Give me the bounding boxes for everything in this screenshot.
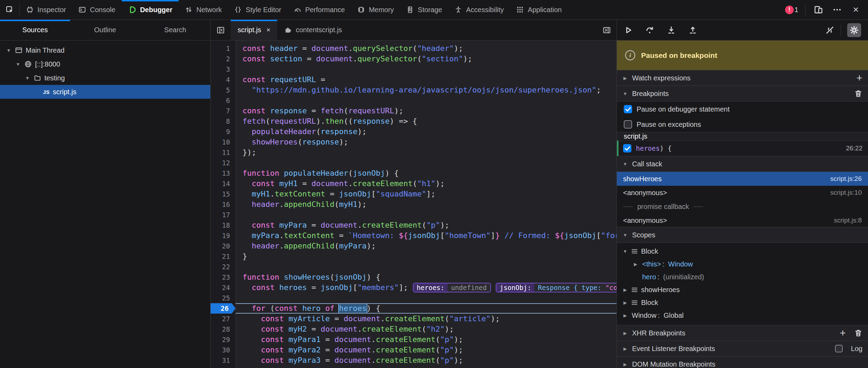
watch-expressions-header[interactable]: ▶ Watch expressions + xyxy=(617,70,868,86)
tree-item-testing[interactable]: ▼testing xyxy=(0,71,210,85)
code-line-21[interactable]: 21} xyxy=(211,251,616,262)
expand-panes-button[interactable] xyxy=(603,20,616,40)
breakpoint-item[interactable]: heroes) {26:22 xyxy=(617,140,868,156)
line-number[interactable]: 3 xyxy=(211,64,236,75)
line-number[interactable]: 15 xyxy=(211,189,236,199)
code-line-8[interactable]: 8fetch(requestURL).then((response) => { xyxy=(211,116,616,126)
line-number[interactable]: 11 xyxy=(211,147,236,158)
stack-frame[interactable]: promise callback xyxy=(617,200,868,213)
line-number[interactable]: 21 xyxy=(211,251,236,262)
line-number[interactable]: 14 xyxy=(211,178,236,189)
code-line-13[interactable]: 13function populateHeader(jsonObj) { xyxy=(211,168,616,178)
line-number[interactable]: 24 xyxy=(211,282,236,293)
remove-breakpoints-button[interactable] xyxy=(854,89,862,98)
step-in-button[interactable] xyxy=(667,26,676,35)
call-stack-header[interactable]: ▼ Call stack xyxy=(617,156,868,172)
devtools-tab-application[interactable]: Application xyxy=(510,0,568,19)
step-out-button[interactable] xyxy=(688,26,697,35)
code-line-3[interactable]: 3 xyxy=(211,64,616,75)
line-number[interactable]: 28 xyxy=(211,324,236,334)
scopes-header[interactable]: ▼ Scopes xyxy=(617,227,868,243)
devtools-tab-debugger[interactable]: Debugger xyxy=(122,0,179,19)
ignore-breakpoints-button[interactable] xyxy=(825,26,834,35)
code-line-10[interactable]: 10 showHeroes(response); xyxy=(211,137,616,147)
pane-tab-outline[interactable]: Outline xyxy=(70,20,140,40)
pane-tab-sources[interactable]: Sources xyxy=(0,20,70,40)
breakpoints-header[interactable]: ▼ Breakpoints xyxy=(617,86,868,102)
line-number[interactable]: 20 xyxy=(211,241,236,251)
dom-mutation-breakpoints-header[interactable]: ▶ DOM Mutation Breakpoints xyxy=(617,356,868,368)
code-line-28[interactable]: 28 const myH2 = document.createElement("… xyxy=(211,324,616,334)
line-number[interactable]: 27 xyxy=(211,314,236,324)
line-number[interactable]: 8 xyxy=(211,116,236,126)
line-number[interactable]: 23 xyxy=(211,272,236,282)
log-events-checkbox[interactable] xyxy=(835,345,843,352)
devtools-tab-style-editor[interactable]: Style Editor xyxy=(228,0,287,19)
line-number[interactable]: 2 xyxy=(211,54,236,64)
code-line-17[interactable]: 17 xyxy=(211,210,616,220)
devtools-menu-button[interactable] xyxy=(831,4,843,16)
line-number[interactable]: 17 xyxy=(211,210,236,220)
code-line-29[interactable]: 29 const myPara1 = document.createElemen… xyxy=(211,334,616,345)
checkbox-unchecked[interactable] xyxy=(624,120,632,129)
line-number[interactable]: 4 xyxy=(211,75,236,85)
stack-frame[interactable]: <anonymous>script.js:10 xyxy=(617,186,868,200)
event-listener-breakpoints-header[interactable]: ▶ Event Listener Breakpoints Log xyxy=(617,341,868,357)
code-line-30[interactable]: 30 const myPara2 = document.createElemen… xyxy=(211,345,616,355)
line-number[interactable]: 12 xyxy=(211,158,236,168)
line-number[interactable]: 22 xyxy=(211,262,236,272)
pick-element-button[interactable] xyxy=(0,0,19,19)
tree-item-main-thread[interactable]: ▼Main Thread xyxy=(0,43,210,57)
code-line-7[interactable]: 7const response = fetch(requestURL); xyxy=(211,106,616,116)
scope-row-block[interactable]: ▼Block xyxy=(617,245,868,258)
tree-item-script-js[interactable]: JSscript.js xyxy=(0,85,210,99)
line-number[interactable]: 19 xyxy=(211,230,236,241)
source-editor[interactable]: 1const header = document.querySelector("… xyxy=(211,41,616,368)
breakpoint-option[interactable]: Pause on exceptions xyxy=(617,117,868,132)
scope-row-showheroes[interactable]: ▶showHeroes xyxy=(617,283,868,296)
code-line-4[interactable]: 4const requestURL = xyxy=(211,75,616,85)
line-number[interactable]: 6 xyxy=(211,95,236,106)
code-line-2[interactable]: 2const section = document.querySelector(… xyxy=(211,54,616,64)
code-line-24[interactable]: 24 const heroes = jsonObj["members"];her… xyxy=(211,282,616,293)
paused-line-marker[interactable]: 26 xyxy=(211,303,236,314)
scope-row--this-[interactable]: ▶<this>: Window xyxy=(617,258,868,271)
scope-row-block[interactable]: ▶Block xyxy=(617,296,868,309)
scope-row-hero[interactable]: hero: (uninitialized) xyxy=(617,271,868,283)
stack-frame[interactable]: <anonymous>script.js:8 xyxy=(617,213,868,227)
code-line-14[interactable]: 14 const myH1 = document.createElement("… xyxy=(211,178,616,189)
breakpoint-option[interactable]: Pause on debugger statement xyxy=(617,102,868,117)
code-line-15[interactable]: 15 myH1.textContent = jsonObj["squadName… xyxy=(211,189,616,199)
devtools-tab-inspector[interactable]: Inspector xyxy=(20,0,72,19)
code-line-9[interactable]: 9 populateHeader(response); xyxy=(211,126,616,137)
line-number[interactable]: 30 xyxy=(211,345,236,355)
code-line-5[interactable]: 5 "https://mdn.github.io/learning-area/j… xyxy=(211,85,616,95)
code-line-25[interactable]: 25 xyxy=(211,293,616,303)
step-over-button[interactable] xyxy=(645,26,654,35)
collapse-sources-pane-button[interactable] xyxy=(211,20,231,40)
breakpoint-checkbox[interactable] xyxy=(623,144,631,152)
line-number[interactable]: 5 xyxy=(211,85,236,95)
stack-frame[interactable]: showHeroesscript.js:26 xyxy=(617,172,868,186)
remove-xhr-breakpoints-button[interactable] xyxy=(854,329,862,337)
code-line-19[interactable]: 19 myPara.textContent = `Hometown: ${jso… xyxy=(211,230,616,241)
code-line-27[interactable]: 27 const myArticle = document.createElem… xyxy=(211,314,616,324)
responsive-design-mode-button[interactable] xyxy=(812,4,824,16)
code-line-26[interactable]: 26 for (const hero of heroes) { xyxy=(211,303,616,314)
devtools-tab-accessibility[interactable]: Accessibility xyxy=(448,0,510,19)
add-xhr-breakpoint-button[interactable]: + xyxy=(840,328,846,338)
devtools-tab-performance[interactable]: Performance xyxy=(288,0,351,19)
line-number[interactable]: 31 xyxy=(211,355,236,366)
close-devtools-button[interactable]: × xyxy=(850,4,862,16)
tree-item--8000[interactable]: ▼[::]:8000 xyxy=(0,57,210,71)
line-number[interactable]: 10 xyxy=(211,137,236,147)
code-line-23[interactable]: 23function showHeroes(jsonObj) { xyxy=(211,272,616,282)
code-line-22[interactable]: 22 xyxy=(211,262,616,272)
line-number[interactable]: 9 xyxy=(211,126,236,137)
breakpoint-file-header[interactable]: script.js xyxy=(617,132,868,140)
code-line-16[interactable]: 16 header.appendChild(myH1); xyxy=(211,199,616,210)
pane-tab-search[interactable]: Search xyxy=(140,20,210,40)
code-line-12[interactable]: 12 xyxy=(211,158,616,168)
code-line-20[interactable]: 20 header.appendChild(myPara); xyxy=(211,241,616,251)
code-line-11[interactable]: 11}); xyxy=(211,147,616,158)
